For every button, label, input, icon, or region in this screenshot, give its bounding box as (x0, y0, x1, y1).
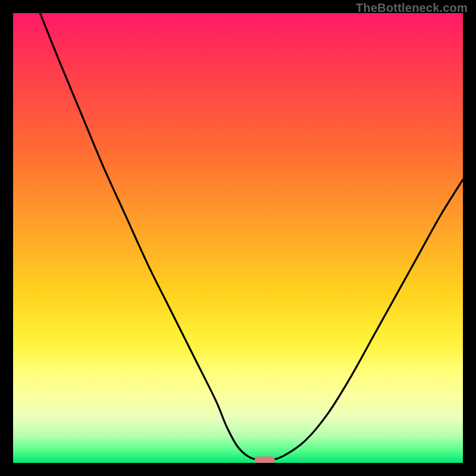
curve-svg (13, 13, 463, 463)
bottleneck-curve-path (40, 13, 463, 461)
plot-area (13, 13, 463, 463)
optimum-marker (255, 456, 275, 463)
chart-container: TheBottleneck.com (0, 0, 476, 476)
watermark-text: TheBottleneck.com (356, 1, 468, 15)
